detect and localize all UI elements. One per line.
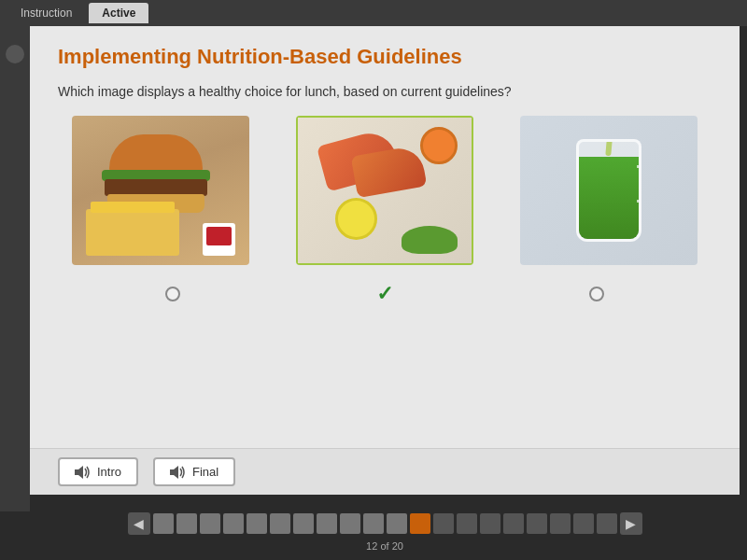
choice-image-smoothie — [520, 116, 698, 265]
jar — [576, 139, 641, 242]
radio-smoothie[interactable] — [589, 287, 604, 301]
nav-pages-row: ◀ ▶ — [128, 512, 642, 535]
jar-handle — [637, 165, 641, 203]
tab-instruction[interactable]: Instruction — [7, 3, 85, 23]
straw — [605, 139, 613, 156]
nav-page-13[interactable] — [433, 513, 454, 534]
speaker-icon-final — [170, 466, 187, 479]
nav-page-4[interactable] — [223, 513, 244, 534]
nav-prev-button[interactable]: ◀ — [128, 512, 150, 535]
radio-group-burger[interactable] — [67, 287, 279, 301]
nav-page-18[interactable] — [550, 513, 571, 534]
svg-marker-0 — [75, 466, 83, 479]
nav-page-15[interactable] — [480, 513, 500, 534]
check-mark-salmon: ✓ — [376, 282, 393, 306]
page-title: Implementing Nutrition-Based Guidelines — [58, 45, 712, 69]
choice-salmon[interactable] — [282, 116, 487, 273]
nav-page-9[interactable] — [340, 513, 360, 534]
left-panel — [0, 26, 30, 511]
main-content: Implementing Nutrition-Based Guidelines … — [30, 26, 740, 483]
burger-bun-top — [109, 134, 203, 172]
nav-page-11[interactable] — [387, 513, 407, 534]
nav-page-14[interactable] — [457, 513, 477, 534]
nav-page-12[interactable] — [410, 513, 430, 534]
choice-smoothie[interactable] — [506, 116, 712, 273]
jar-fill — [579, 157, 639, 239]
intro-button[interactable]: Intro — [58, 457, 138, 486]
smoothie-scene — [520, 116, 698, 265]
tab-active[interactable]: Active — [89, 3, 148, 23]
radio-group-salmon[interactable]: ✓ — [279, 282, 491, 306]
question-text: Which image displays a healthy choice fo… — [58, 84, 712, 99]
nav-page-17[interactable] — [527, 513, 547, 534]
nav-page-2[interactable] — [176, 513, 197, 534]
final-button[interactable]: Final — [153, 457, 235, 486]
svg-marker-1 — [170, 466, 178, 479]
nav-page-5[interactable] — [247, 513, 267, 534]
orange-slice — [420, 127, 458, 164]
radio-burger[interactable] — [165, 287, 180, 301]
left-icon-1 — [6, 45, 24, 63]
nav-page-16[interactable] — [503, 513, 524, 534]
final-label: Final — [192, 465, 218, 479]
nav-page-7[interactable] — [293, 513, 314, 534]
choices-row — [58, 116, 712, 273]
intro-label: Intro — [97, 465, 121, 479]
sauce-cup — [203, 223, 235, 256]
page-counter: 12 of 20 — [366, 540, 403, 552]
nav-page-3[interactable] — [200, 513, 220, 534]
greens — [402, 226, 458, 254]
radio-group-smoothie[interactable] — [490, 287, 702, 301]
nav-page-6[interactable] — [270, 513, 290, 534]
nav-page-19[interactable] — [573, 513, 594, 534]
fries-pile — [86, 209, 179, 256]
salmon-scene — [296, 116, 473, 265]
nav-page-10[interactable] — [363, 513, 384, 534]
bottom-buttons: Intro Final — [30, 448, 740, 495]
radio-row: ✓ — [58, 282, 712, 306]
choice-image-salmon — [296, 116, 473, 265]
nav-page-20[interactable] — [597, 513, 617, 534]
nav-next-button[interactable]: ▶ — [620, 512, 642, 535]
burger-scene — [72, 116, 249, 265]
choice-burger[interactable] — [58, 116, 263, 273]
lemon-slice — [335, 198, 377, 240]
nav-page-8[interactable] — [317, 513, 337, 534]
speaker-icon-intro — [75, 466, 92, 479]
nav-bar: ◀ ▶ 12 of 20 — [30, 504, 740, 560]
tab-bar: Instruction Active — [0, 0, 747, 26]
choice-image-burger — [72, 116, 249, 265]
nav-page-1[interactable] — [153, 513, 174, 534]
